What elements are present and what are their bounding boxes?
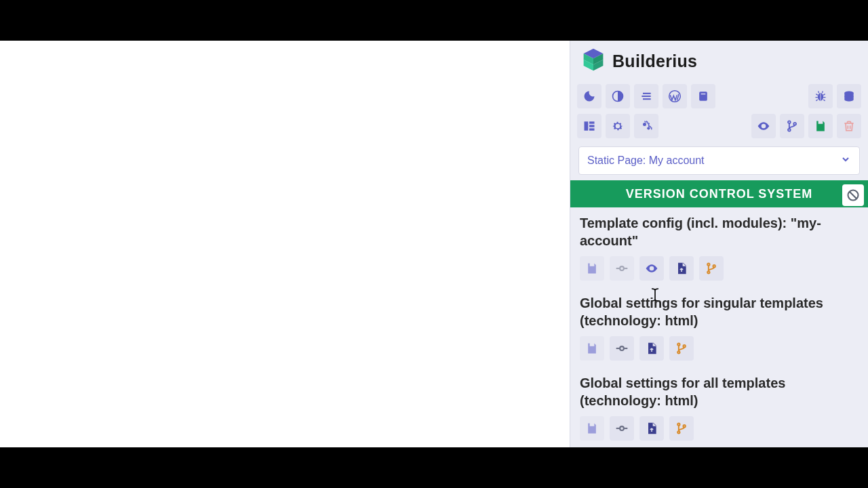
gear-icon[interactable]	[606, 114, 630, 138]
preview-icon[interactable]	[639, 256, 664, 281]
vcs-section-global-all: Global settings for all templates (techn…	[570, 367, 868, 447]
vcs-section-title: Global settings for singular templates (…	[580, 294, 859, 329]
svg-point-39	[677, 351, 679, 353]
vcs-section-template: Template config (incl. modules): "my-acc…	[570, 207, 868, 287]
trash-icon[interactable]	[837, 114, 861, 138]
logo-icon	[581, 47, 606, 75]
svg-point-35	[620, 346, 624, 350]
book-icon[interactable]	[691, 84, 715, 108]
svg-point-40	[684, 345, 686, 347]
vcs-section-global-singular: Global settings for singular templates (…	[570, 287, 868, 367]
svg-point-25	[793, 123, 796, 125]
vcs-section-title: Global settings for all templates (techn…	[580, 374, 859, 409]
layout-icon[interactable]	[577, 114, 601, 138]
svg-point-28	[620, 266, 624, 270]
svg-point-22	[762, 125, 764, 127]
branch-icon[interactable]	[780, 114, 804, 138]
toolbar-row-1	[570, 81, 868, 111]
page-select-label: Static Page: My account	[587, 155, 705, 167]
gears-icon[interactable]	[634, 114, 658, 138]
svg-rect-18	[589, 125, 595, 127]
commit-icon[interactable]	[610, 256, 634, 281]
vcs-section-title: Template config (incl. modules): "my-acc…	[580, 214, 859, 249]
vcs-header-title: VERSION CONTROL SYSTEM	[626, 187, 813, 201]
svg-line-27	[850, 192, 856, 199]
vcs-section-actions	[580, 416, 859, 441]
brand-name: Builderius	[612, 52, 697, 71]
svg-rect-16	[585, 121, 589, 130]
bug-icon[interactable]	[808, 84, 833, 108]
page-select-row: Static Page: My account	[570, 141, 868, 180]
svg-point-41	[620, 426, 624, 430]
page-select[interactable]: Static Page: My account	[578, 146, 860, 175]
branch-icon[interactable]	[699, 256, 724, 281]
branch-icon[interactable]	[669, 336, 694, 361]
branch-icon[interactable]	[669, 416, 694, 441]
svg-point-45	[677, 431, 679, 433]
moon-icon[interactable]	[577, 84, 601, 108]
vcs-section-actions	[580, 256, 859, 281]
save-draft-icon[interactable]	[580, 416, 604, 441]
svg-point-46	[684, 425, 686, 427]
lines-icon[interactable]	[634, 84, 658, 108]
svg-point-38	[677, 344, 679, 346]
svg-point-32	[707, 264, 709, 266]
brand-row: Builderius	[570, 41, 868, 81]
vcs-section-actions	[580, 336, 859, 361]
svg-point-24	[788, 129, 791, 131]
side-panel: Builderius	[570, 41, 868, 447]
toolbar-row-2	[570, 111, 868, 141]
svg-point-44	[677, 424, 679, 426]
editor-canvas[interactable]	[0, 41, 570, 447]
close-button[interactable]	[842, 184, 864, 206]
svg-rect-17	[589, 121, 595, 123]
save-draft-icon[interactable]	[580, 336, 604, 361]
svg-point-21	[647, 127, 650, 129]
commit-icon[interactable]	[610, 336, 634, 361]
svg-rect-19	[589, 128, 595, 130]
wordpress-icon[interactable]	[663, 84, 687, 108]
chevron-down-icon	[840, 154, 851, 167]
contrast-icon[interactable]	[606, 84, 630, 108]
database-icon[interactable]	[837, 84, 861, 108]
eye-icon[interactable]	[751, 114, 776, 138]
svg-point-33	[707, 271, 709, 273]
upload-file-icon[interactable]	[669, 256, 694, 281]
svg-point-23	[788, 121, 791, 123]
commit-icon[interactable]	[610, 416, 634, 441]
upload-file-icon[interactable]	[639, 336, 664, 361]
svg-point-20	[643, 123, 646, 126]
svg-point-34	[713, 265, 715, 267]
vcs-header: VERSION CONTROL SYSTEM	[570, 180, 868, 207]
save-icon[interactable]	[808, 114, 833, 138]
upload-file-icon[interactable]	[639, 416, 664, 441]
save-draft-icon[interactable]	[580, 256, 604, 281]
svg-point-31	[650, 267, 652, 269]
